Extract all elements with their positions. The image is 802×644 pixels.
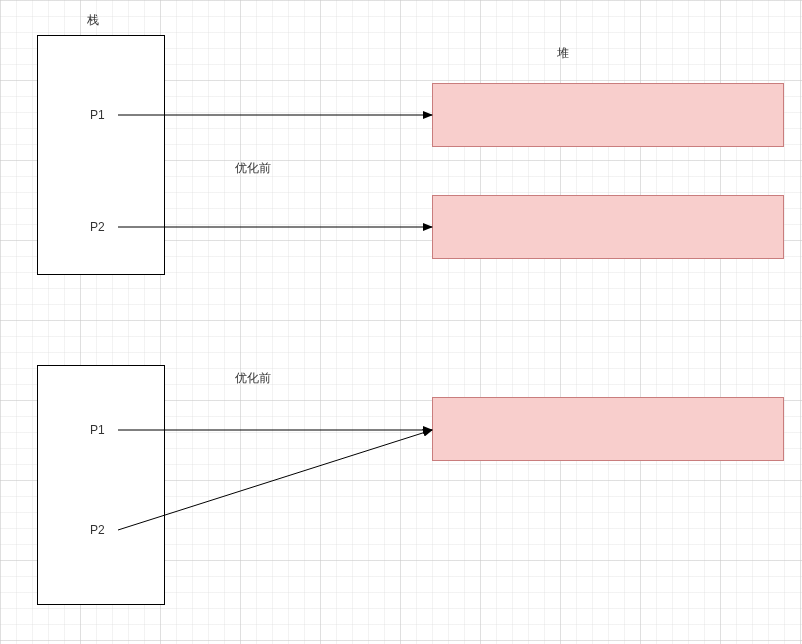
caption-before-opt-top: 优化前 xyxy=(235,160,271,177)
heap-box-bottom-1 xyxy=(432,397,784,461)
diagram-canvas: 栈 堆 P1 P2 优化前 P1 P2 优化前 xyxy=(0,0,802,644)
pointer-label-p2-top: P2 xyxy=(90,220,105,234)
svg-line-3 xyxy=(118,430,432,530)
stack-box-bottom xyxy=(37,365,165,605)
pointer-label-p2-bottom: P2 xyxy=(90,523,105,537)
caption-before-opt-bottom: 优化前 xyxy=(235,370,271,387)
stack-box-top xyxy=(37,35,165,275)
pointer-label-p1-bottom: P1 xyxy=(90,423,105,437)
heap-box-top-2 xyxy=(432,195,784,259)
stack-header-label: 栈 xyxy=(87,12,99,29)
pointer-label-p1-top: P1 xyxy=(90,108,105,122)
heap-box-top-1 xyxy=(432,83,784,147)
heap-header-label: 堆 xyxy=(557,45,569,62)
